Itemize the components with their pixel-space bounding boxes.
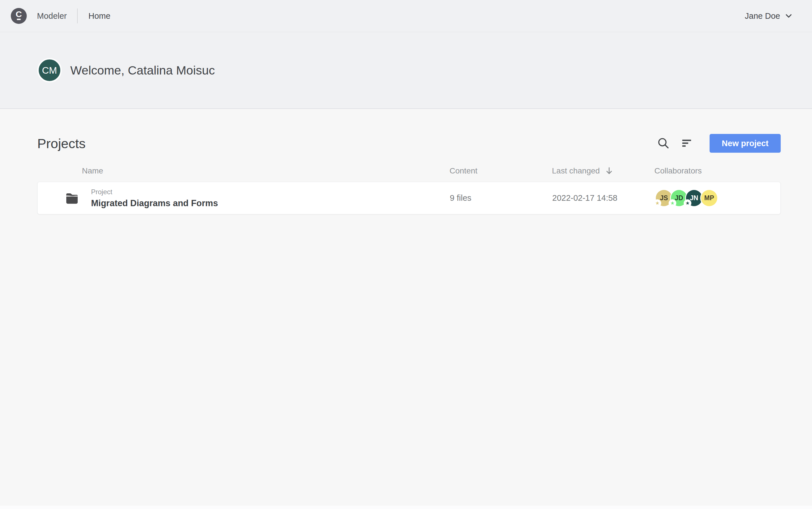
project-row[interactable]: Project Migrated Diagrams and Forms 9 fi… (37, 182, 781, 214)
project-title[interactable]: Migrated Diagrams and Forms (91, 198, 218, 208)
viewport-bottom-strip (0, 506, 812, 509)
collaborator-avatar: MP ★ (701, 190, 717, 206)
nav-item-home[interactable]: Home (89, 11, 110, 21)
user-name: Jane Doe (745, 11, 780, 21)
welcome-title: Welcome, Catalina Moisuc (70, 63, 215, 77)
sort-descending-arrow-icon (605, 167, 613, 175)
top-navbar: C Modeler Home Jane Doe (0, 0, 812, 32)
product-name: Modeler (37, 11, 67, 21)
project-content-cell: 9 files (450, 193, 552, 203)
projects-actions: New project (657, 134, 781, 153)
user-menu[interactable]: Jane Doe (745, 11, 793, 21)
project-collaborators-cell: JS ★ JD ★ JN ★ MP ★ (655, 190, 781, 206)
navbar-divider (77, 8, 78, 23)
projects-section: Projects New project (0, 134, 812, 214)
new-project-button[interactable]: New project (710, 134, 781, 153)
search-icon (657, 137, 670, 149)
folder-icon (66, 193, 78, 204)
camunda-logo-icon[interactable]: C (11, 8, 27, 24)
page-title: Projects (37, 136, 86, 151)
star-badge-icon: ★ (669, 199, 676, 207)
table-header: Name Content Last changed Collaborators (37, 166, 781, 175)
column-header-collaborators: Collaborators (654, 166, 781, 175)
column-header-name[interactable]: Name (37, 166, 450, 175)
chevron-down-icon (785, 12, 793, 20)
sort-button[interactable] (681, 137, 693, 149)
user-avatar: CM (37, 58, 62, 82)
column-header-last-changed[interactable]: Last changed (552, 166, 654, 175)
search-button[interactable] (657, 137, 670, 149)
svg-text:C: C (15, 9, 22, 19)
project-name-text: Project Migrated Diagrams and Forms (91, 188, 218, 208)
collaborator-avatar: JN ★ (686, 190, 702, 206)
project-type-label: Project (91, 188, 218, 196)
project-last-changed-cell: 2022-02-17 14:58 (552, 193, 655, 203)
star-badge-icon: ★ (653, 199, 661, 207)
project-name-cell: Project Migrated Diagrams and Forms (38, 188, 450, 208)
user-avatar-initials: CM (42, 65, 57, 76)
sort-icon (681, 138, 692, 148)
star-badge-icon: ★ (684, 199, 691, 207)
column-header-content[interactable]: Content (450, 166, 552, 175)
welcome-banner: CM Welcome, Catalina Moisuc (0, 32, 812, 109)
